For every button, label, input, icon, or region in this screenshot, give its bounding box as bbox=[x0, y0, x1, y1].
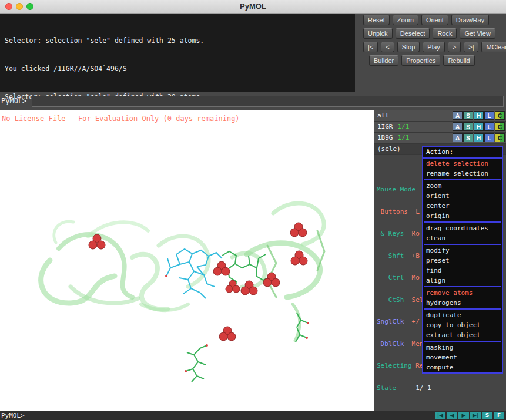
console-line: You clicked /1IGR//A/SO4`496/S bbox=[5, 64, 355, 73]
properties-button[interactable]: Properties bbox=[401, 55, 440, 66]
show-button[interactable]: S bbox=[463, 122, 473, 131]
action-menu-title: Action: bbox=[423, 147, 502, 159]
menu-item-find[interactable]: find bbox=[423, 266, 502, 275]
command-prompt-row: PyMOL> bbox=[0, 95, 506, 107]
rebuild-button[interactable]: Rebuild bbox=[443, 55, 474, 66]
viewport-area: No License File - For Evaluation Only (0… bbox=[0, 110, 506, 411]
scene-toggle-button[interactable]: S bbox=[482, 412, 492, 419]
object-name[interactable]: (sele) bbox=[377, 145, 401, 153]
frame-first-button[interactable]: |◀ bbox=[435, 412, 445, 419]
menu-item-zoom[interactable]: zoom bbox=[423, 181, 502, 191]
action-button[interactable]: A bbox=[453, 122, 463, 131]
menu-separator bbox=[424, 308, 501, 310]
console-log: Selector: selection "sele" defined with … bbox=[0, 14, 355, 92]
frame-play-button[interactable]: ▶ bbox=[458, 412, 469, 419]
action-menu: Action: delete selection rename selectio… bbox=[422, 146, 503, 374]
object-row-1igr[interactable]: 1IGR1/1 A S H L C bbox=[374, 122, 506, 133]
color-button[interactable]: C bbox=[495, 111, 505, 120]
hide-button[interactable]: H bbox=[474, 122, 484, 131]
hide-button[interactable]: H bbox=[474, 111, 484, 120]
movie-last-button[interactable]: >| bbox=[464, 42, 478, 52]
unpick-button[interactable]: Unpick bbox=[363, 28, 393, 39]
menu-separator bbox=[424, 179, 501, 180]
menu-item-movement[interactable]: movement bbox=[423, 352, 502, 362]
frame-last-button[interactable]: ▶| bbox=[470, 412, 481, 419]
command-line[interactable]: PyMOL>_ bbox=[1, 412, 28, 419]
menu-item-remove-atoms[interactable]: remove atoms bbox=[423, 288, 502, 298]
menu-separator bbox=[424, 286, 501, 287]
get-view-button[interactable]: Get View bbox=[460, 28, 495, 39]
object-name[interactable]: 1IGR bbox=[377, 123, 393, 130]
movie-first-button[interactable]: |< bbox=[363, 42, 378, 52]
menu-item-clean[interactable]: clean bbox=[423, 233, 502, 243]
movie-controls: |◀ ◀ ▶ ▶| S F bbox=[435, 412, 504, 419]
menu-separator bbox=[424, 221, 501, 223]
menu-item-center[interactable]: center bbox=[423, 201, 502, 211]
mclear-button[interactable]: MClear bbox=[481, 42, 506, 52]
play-button[interactable]: Play bbox=[423, 42, 444, 52]
green-sticks bbox=[165, 251, 309, 382]
label-button[interactable]: L bbox=[484, 111, 494, 120]
stop-button[interactable]: Stop bbox=[397, 42, 420, 52]
control-button-panel: Reset Zoom Orient Draw/Ray Unpick Desele… bbox=[363, 15, 504, 69]
label-button[interactable]: L bbox=[484, 133, 494, 142]
draw-ray-button[interactable]: Draw/Ray bbox=[451, 15, 489, 25]
menu-item-copy-to-object[interactable]: copy to object bbox=[423, 320, 502, 330]
license-notice: No License File - For Evaluation Only (0… bbox=[2, 115, 240, 123]
label-button[interactable]: L bbox=[484, 122, 494, 131]
menu-separator bbox=[424, 341, 501, 342]
cartoon-ribbons bbox=[41, 203, 324, 341]
molecule-rendering[interactable] bbox=[0, 110, 376, 411]
object-state: 1/1 bbox=[398, 123, 410, 130]
prompt-label: PyMOL> bbox=[1, 97, 26, 105]
menu-item-drag-coordinates[interactable]: drag coordinates bbox=[423, 223, 502, 233]
menu-item-delete-selection[interactable]: delete selection bbox=[423, 159, 502, 169]
object-state: 1/1 bbox=[398, 134, 410, 142]
menu-item-align[interactable]: align bbox=[423, 275, 502, 285]
menu-item-hydrogens[interactable]: hydrogens bbox=[423, 298, 502, 308]
hide-button[interactable]: H bbox=[474, 133, 484, 142]
frame-prev-button[interactable]: ◀ bbox=[447, 412, 457, 419]
builder-button[interactable]: Builder bbox=[369, 55, 398, 66]
menu-item-modify[interactable]: modify bbox=[423, 246, 502, 256]
rock-button[interactable]: Rock bbox=[433, 28, 457, 39]
menu-item-duplicate[interactable]: duplicate bbox=[423, 310, 502, 320]
state-row: State 1/ 1 bbox=[377, 385, 485, 392]
show-button[interactable]: S bbox=[463, 111, 473, 120]
console-line: Selector: selection "sele" defined with … bbox=[5, 36, 355, 45]
menu-item-rename-selection[interactable]: rename selection bbox=[423, 169, 502, 179]
action-button[interactable]: A bbox=[453, 133, 463, 142]
movie-prev-button[interactable]: < bbox=[381, 42, 394, 52]
reset-button[interactable]: Reset bbox=[363, 15, 390, 25]
menu-separator bbox=[424, 244, 501, 245]
command-input[interactable] bbox=[32, 96, 504, 107]
bottom-bar: PyMOL>_ |◀ ◀ ▶ ▶| S F bbox=[0, 411, 506, 420]
menu-item-masking[interactable]: masking bbox=[423, 342, 502, 352]
object-name[interactable]: all bbox=[377, 112, 389, 119]
pymol-window: PyMOL Selector: selection "sele" defined… bbox=[0, 0, 506, 420]
menu-item-preset[interactable]: preset bbox=[423, 256, 502, 266]
color-button[interactable]: C bbox=[495, 133, 505, 142]
window-title: PyMOL bbox=[0, 2, 506, 11]
object-row-all[interactable]: all A S H L C bbox=[374, 110, 506, 122]
deselect-button[interactable]: Deselect bbox=[396, 28, 430, 39]
menu-item-orient[interactable]: orient bbox=[423, 191, 502, 201]
titlebar: PyMOL bbox=[0, 0, 506, 14]
fullscreen-toggle-button[interactable]: F bbox=[494, 412, 504, 419]
object-row-1b9g[interactable]: 1B9G1/1 A S H L C bbox=[374, 133, 506, 144]
color-button[interactable]: C bbox=[495, 122, 505, 131]
zoom-view-button[interactable]: Zoom bbox=[393, 15, 418, 25]
menu-item-origin[interactable]: origin bbox=[423, 211, 502, 221]
object-name[interactable]: 1B9G bbox=[377, 134, 393, 142]
movie-next-button[interactable]: > bbox=[448, 42, 461, 52]
show-button[interactable]: S bbox=[463, 133, 473, 142]
action-button[interactable]: A bbox=[453, 111, 463, 120]
menu-item-compute[interactable]: compute bbox=[423, 362, 502, 372]
orient-button[interactable]: Orient bbox=[421, 15, 448, 25]
menu-item-extract-object[interactable]: extract object bbox=[423, 330, 502, 340]
